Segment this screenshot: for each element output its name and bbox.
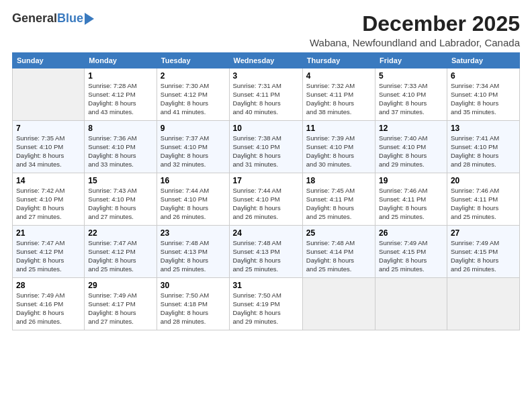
day-number: 25 — [306, 228, 371, 238]
col-header-friday: Friday — [375, 53, 447, 68]
calendar-cell: 14Sunrise: 7:42 AM Sunset: 4:10 PM Dayli… — [13, 173, 85, 226]
day-number: 21 — [16, 228, 81, 238]
day-number: 7 — [16, 124, 81, 133]
day-number: 27 — [451, 228, 516, 238]
calendar-cell: 10Sunrise: 7:38 AM Sunset: 4:10 PM Dayli… — [229, 121, 302, 173]
header-row: SundayMondayTuesdayWednesdayThursdayFrid… — [13, 53, 520, 68]
calendar-cell: 22Sunrise: 7:47 AM Sunset: 4:12 PM Dayli… — [85, 226, 157, 278]
cell-info: Sunrise: 7:50 AM Sunset: 4:19 PM Dayligh… — [233, 291, 281, 324]
calendar-cell: 6Sunrise: 7:34 AM Sunset: 4:10 PM Daylig… — [447, 68, 519, 121]
cell-info: Sunrise: 7:49 AM Sunset: 4:16 PM Dayligh… — [16, 291, 64, 324]
cell-info: Sunrise: 7:43 AM Sunset: 4:10 PM Dayligh… — [88, 187, 136, 220]
day-number: 31 — [233, 281, 299, 290]
cell-info: Sunrise: 7:31 AM Sunset: 4:11 PM Dayligh… — [233, 82, 281, 115]
cell-info: Sunrise: 7:38 AM Sunset: 4:10 PM Dayligh… — [233, 134, 281, 167]
cell-info: Sunrise: 7:50 AM Sunset: 4:18 PM Dayligh… — [161, 291, 209, 324]
week-row-1: 1Sunrise: 7:28 AM Sunset: 4:12 PM Daylig… — [13, 68, 520, 121]
day-number: 4 — [306, 71, 371, 81]
calendar-cell: 18Sunrise: 7:45 AM Sunset: 4:11 PM Dayli… — [302, 173, 375, 226]
calendar-cell — [13, 68, 85, 121]
col-header-thursday: Thursday — [302, 53, 375, 68]
day-number: 2 — [161, 71, 226, 81]
day-number: 18 — [306, 176, 371, 185]
month-title: December 2025 — [310, 12, 520, 36]
calendar-cell: 13Sunrise: 7:41 AM Sunset: 4:10 PM Dayli… — [447, 121, 519, 173]
cell-info: Sunrise: 7:39 AM Sunset: 4:10 PM Dayligh… — [306, 134, 355, 167]
cell-info: Sunrise: 7:47 AM Sunset: 4:12 PM Dayligh… — [88, 239, 136, 272]
calendar-cell: 28Sunrise: 7:49 AM Sunset: 4:16 PM Dayli… — [13, 278, 85, 330]
day-number: 3 — [233, 71, 299, 81]
calendar-cell: 12Sunrise: 7:40 AM Sunset: 4:10 PM Dayli… — [375, 121, 447, 173]
day-number: 13 — [451, 124, 516, 133]
header: General Blue December 2025 Wabana, Newfo… — [12, 12, 520, 48]
calendar-cell: 17Sunrise: 7:44 AM Sunset: 4:10 PM Dayli… — [229, 173, 302, 226]
day-number: 28 — [16, 281, 81, 290]
col-header-sunday: Sunday — [13, 53, 85, 68]
col-header-saturday: Saturday — [447, 53, 519, 68]
week-row-4: 21Sunrise: 7:47 AM Sunset: 4:12 PM Dayli… — [13, 226, 520, 278]
cell-info: Sunrise: 7:48 AM Sunset: 4:13 PM Dayligh… — [233, 239, 281, 272]
calendar-cell: 23Sunrise: 7:48 AM Sunset: 4:13 PM Dayli… — [157, 226, 229, 278]
calendar-cell: 11Sunrise: 7:39 AM Sunset: 4:10 PM Dayli… — [302, 121, 375, 173]
calendar-cell: 7Sunrise: 7:35 AM Sunset: 4:10 PM Daylig… — [13, 121, 85, 173]
cell-info: Sunrise: 7:28 AM Sunset: 4:12 PM Dayligh… — [88, 82, 136, 115]
day-number: 29 — [88, 281, 152, 290]
week-row-3: 14Sunrise: 7:42 AM Sunset: 4:10 PM Dayli… — [13, 173, 520, 226]
cell-info: Sunrise: 7:44 AM Sunset: 4:10 PM Dayligh… — [233, 187, 281, 220]
calendar-cell: 26Sunrise: 7:49 AM Sunset: 4:15 PM Dayli… — [375, 226, 447, 278]
day-number: 22 — [88, 228, 152, 238]
calendar-cell: 16Sunrise: 7:44 AM Sunset: 4:10 PM Dayli… — [157, 173, 229, 226]
cell-info: Sunrise: 7:34 AM Sunset: 4:10 PM Dayligh… — [451, 82, 499, 115]
title-block: December 2025 Wabana, Newfoundland and L… — [310, 12, 520, 48]
location-title: Wabana, Newfoundland and Labrador, Canad… — [310, 37, 520, 48]
cell-info: Sunrise: 7:46 AM Sunset: 4:11 PM Dayligh… — [379, 187, 427, 220]
day-number: 17 — [233, 176, 299, 185]
calendar-cell: 21Sunrise: 7:47 AM Sunset: 4:12 PM Dayli… — [13, 226, 85, 278]
day-number: 11 — [306, 124, 371, 133]
col-header-wednesday: Wednesday — [229, 53, 302, 68]
calendar-cell: 9Sunrise: 7:37 AM Sunset: 4:10 PM Daylig… — [157, 121, 229, 173]
calendar-cell: 1Sunrise: 7:28 AM Sunset: 4:12 PM Daylig… — [85, 68, 157, 121]
calendar-cell: 3Sunrise: 7:31 AM Sunset: 4:11 PM Daylig… — [229, 68, 302, 121]
cell-info: Sunrise: 7:48 AM Sunset: 4:14 PM Dayligh… — [306, 239, 355, 272]
day-number: 9 — [161, 124, 226, 133]
week-row-5: 28Sunrise: 7:49 AM Sunset: 4:16 PM Dayli… — [13, 278, 520, 330]
calendar-cell: 25Sunrise: 7:48 AM Sunset: 4:14 PM Dayli… — [302, 226, 375, 278]
logo-general: General — [12, 12, 57, 26]
calendar-cell: 30Sunrise: 7:50 AM Sunset: 4:18 PM Dayli… — [157, 278, 229, 330]
calendar-cell: 5Sunrise: 7:33 AM Sunset: 4:10 PM Daylig… — [375, 68, 447, 121]
cell-info: Sunrise: 7:49 AM Sunset: 4:15 PM Dayligh… — [379, 239, 427, 272]
day-number: 6 — [451, 71, 516, 81]
cell-info: Sunrise: 7:48 AM Sunset: 4:13 PM Dayligh… — [161, 239, 209, 272]
calendar-page: General Blue December 2025 Wabana, Newfo… — [0, 0, 532, 411]
calendar-cell: 24Sunrise: 7:48 AM Sunset: 4:13 PM Dayli… — [229, 226, 302, 278]
calendar-cell: 19Sunrise: 7:46 AM Sunset: 4:11 PM Dayli… — [375, 173, 447, 226]
calendar-cell: 15Sunrise: 7:43 AM Sunset: 4:10 PM Dayli… — [85, 173, 157, 226]
day-number: 23 — [161, 228, 226, 238]
day-number: 14 — [16, 176, 81, 185]
cell-info: Sunrise: 7:42 AM Sunset: 4:10 PM Dayligh… — [16, 187, 64, 220]
calendar-cell — [375, 278, 447, 330]
col-header-tuesday: Tuesday — [157, 53, 229, 68]
cell-info: Sunrise: 7:41 AM Sunset: 4:10 PM Dayligh… — [451, 134, 499, 167]
cell-info: Sunrise: 7:44 AM Sunset: 4:10 PM Dayligh… — [161, 187, 209, 220]
logo-text: General Blue — [12, 12, 94, 26]
day-number: 20 — [451, 176, 516, 185]
cell-info: Sunrise: 7:49 AM Sunset: 4:15 PM Dayligh… — [451, 239, 499, 272]
day-number: 24 — [233, 228, 299, 238]
day-number: 19 — [379, 176, 443, 185]
logo-arrow-icon — [85, 13, 94, 25]
cell-info: Sunrise: 7:37 AM Sunset: 4:10 PM Dayligh… — [161, 134, 209, 167]
cell-info: Sunrise: 7:47 AM Sunset: 4:12 PM Dayligh… — [16, 239, 64, 272]
cell-info: Sunrise: 7:35 AM Sunset: 4:10 PM Dayligh… — [16, 134, 64, 167]
day-number: 10 — [233, 124, 299, 133]
day-number: 8 — [88, 124, 152, 133]
calendar-cell: 4Sunrise: 7:32 AM Sunset: 4:11 PM Daylig… — [302, 68, 375, 121]
calendar-cell: 20Sunrise: 7:46 AM Sunset: 4:11 PM Dayli… — [447, 173, 519, 226]
cell-info: Sunrise: 7:33 AM Sunset: 4:10 PM Dayligh… — [379, 82, 427, 115]
calendar-cell: 2Sunrise: 7:30 AM Sunset: 4:12 PM Daylig… — [157, 68, 229, 121]
logo-blue: Blue — [57, 12, 83, 26]
cell-info: Sunrise: 7:49 AM Sunset: 4:17 PM Dayligh… — [88, 291, 136, 324]
calendar-cell: 8Sunrise: 7:36 AM Sunset: 4:10 PM Daylig… — [85, 121, 157, 173]
calendar-cell — [447, 278, 519, 330]
